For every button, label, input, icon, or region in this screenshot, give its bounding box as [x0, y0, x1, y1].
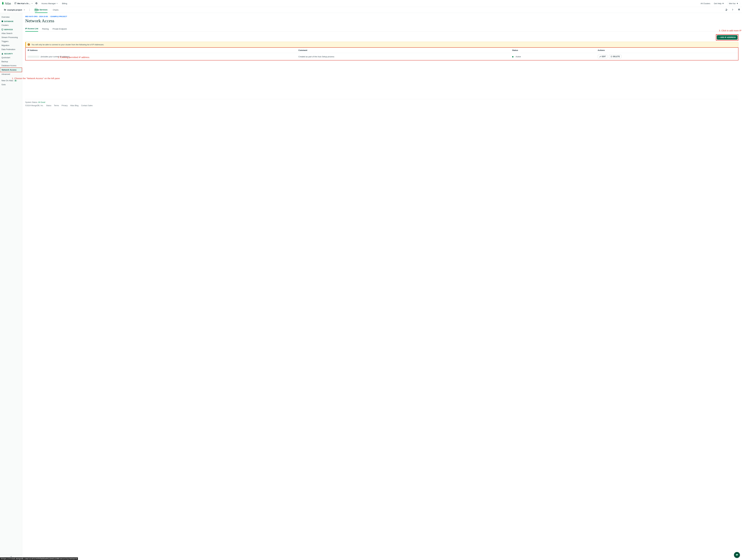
footer: System Status: All Good ©2024 MongoDB, I… — [25, 99, 738, 110]
sidebar-atlas-search[interactable]: Atlas Search — [0, 31, 22, 35]
th-status: Status — [510, 48, 595, 53]
leaf-icon — [2, 2, 4, 5]
svg-rect-9 — [2, 54, 3, 54]
services-icon — [1, 29, 3, 31]
integrations-icon[interactable] — [732, 8, 734, 11]
sidebar-stream-processing[interactable]: Stream Processing — [0, 35, 22, 39]
project-label: example-project — [7, 9, 22, 11]
caret-down-icon: ▼ — [23, 9, 25, 11]
brand-logo[interactable]: Atlas — [2, 2, 11, 5]
folder-icon — [4, 9, 6, 11]
sidebar-overview[interactable]: Overview — [0, 15, 22, 19]
annotation-2: 2. Existing permitted IP address. — [58, 56, 90, 58]
copyright: ©2024 MongoDB, Inc. — [25, 104, 44, 107]
cell-comment: Created as part of the Auto Setup proces… — [296, 53, 510, 60]
footer-link-contact[interactable]: Contact Sales — [81, 104, 93, 107]
org-icon — [14, 2, 16, 5]
page-title: Network Access — [25, 18, 738, 23]
cell-status: Active — [510, 53, 595, 60]
footer-link-terms[interactable]: Terms — [54, 104, 59, 107]
sidebar-advanced[interactable]: Advanced — [0, 72, 22, 76]
status-dot-icon — [512, 56, 514, 57]
svg-point-7 — [2, 21, 3, 21]
brand-text: Atlas — [5, 2, 11, 5]
billing-link[interactable]: Billing — [62, 2, 67, 5]
footer-link-blog[interactable]: Atlas Blog — [70, 104, 78, 107]
ip-redacted — [28, 56, 40, 58]
sidebar-goto[interactable]: Goto — [0, 83, 22, 87]
svg-rect-8 — [2, 29, 3, 30]
th-ip: IP Address — [25, 48, 296, 53]
org-settings-button[interactable] — [34, 1, 39, 6]
billing-label: Billing — [62, 2, 67, 5]
delete-button[interactable]: DELETE — [609, 55, 622, 58]
sidebar-migration[interactable]: Migration — [0, 43, 22, 47]
sidebar-header-database: DATABASE — [0, 19, 22, 23]
new-badge: 8 — [14, 80, 17, 82]
system-status-label: System Status: — [25, 101, 38, 103]
caret-down-icon: ▼ — [722, 2, 724, 5]
warning-banner: ! You will only be able to connect to yo… — [25, 42, 738, 47]
sidebar-triggers[interactable]: Triggers — [0, 39, 22, 43]
th-actions: Actions — [596, 48, 738, 53]
svg-rect-0 — [14, 3, 15, 4]
sidebar-backup[interactable]: Backup — [0, 59, 22, 63]
database-icon — [1, 20, 3, 22]
annotation-1: 1. Choose the "Network Access" on the le… — [12, 77, 60, 80]
warning-icon: ! — [28, 43, 30, 46]
table-row: (includes your current IP address) Creat… — [25, 53, 738, 60]
caret-down-icon: ▼ — [56, 3, 58, 4]
access-manager-menu[interactable]: Access Manager ▼ — [41, 2, 58, 5]
sidebar-clusters[interactable]: Clusters — [0, 23, 22, 27]
access-manager-label: Access Manager — [41, 2, 56, 5]
add-ip-address-button[interactable]: +ADD IP ADDRESS — [717, 35, 738, 40]
project-menu-button[interactable]: ⋮ — [28, 8, 31, 11]
lock-icon — [1, 53, 3, 55]
tab-data-services[interactable]: Data Services — [35, 7, 48, 13]
breadcrumb-project[interactable]: EXAMPLE-PROJECT — [51, 15, 67, 17]
svg-point-6 — [726, 9, 727, 10]
all-clusters-link[interactable]: All Clusters — [701, 2, 710, 5]
sidebar: Overview DATABASE Clusters SERVICES Atla… — [0, 13, 22, 560]
main-content: WEI KAI'S ORG - 2024-10-06 › EXAMPLE-PRO… — [22, 13, 742, 560]
tab-ip-access-list[interactable]: IP Access List — [25, 28, 38, 32]
chat-button[interactable] — [734, 552, 740, 558]
annotation-3: 3. Click to add more IP — [719, 29, 741, 32]
caret-down-icon: ▼ — [736, 2, 738, 5]
breadcrumb-org[interactable]: WEI KAI'S ORG - 2024-10-06 — [25, 15, 48, 17]
tab-private-endpoint[interactable]: Private Endpoint — [53, 28, 67, 32]
sidebar-header-services: SERVICES — [0, 27, 22, 31]
sidebar-network-access[interactable]: Network Access — [0, 68, 22, 72]
footer-link-privacy[interactable]: Privacy — [62, 104, 68, 107]
pencil-icon — [599, 56, 601, 57]
cell-actions: EDIT DELETE — [596, 53, 738, 60]
get-help-menu[interactable]: Get Help▼ — [714, 2, 724, 5]
banner-text: You will only be able to connect to your… — [32, 44, 104, 46]
sidebar-quickstart[interactable]: Quickstart — [0, 55, 22, 59]
system-status-value[interactable]: All Good — [38, 101, 45, 103]
sidebar-header-security: SECURITY — [0, 51, 22, 55]
tab-charts[interactable]: Charts — [53, 7, 58, 13]
browser-status-url: https://cloud.mongodb.com/v2/67274f9fb69… — [0, 557, 78, 560]
tab-peering[interactable]: Peering — [42, 28, 49, 32]
breadcrumb: WEI KAI'S ORG - 2024-10-06 › EXAMPLE-PRO… — [25, 15, 738, 17]
th-comment: Comment — [296, 48, 510, 53]
org-label: Wei Kai's Or… — [17, 2, 31, 5]
topnav: Atlas Wei Kai's Or… ▼ Access Manager ▼ B… — [0, 0, 742, 7]
trash-icon — [611, 56, 612, 57]
sidebar-data-federation[interactable]: Data Federation — [0, 47, 22, 51]
footer-link-status[interactable]: Status — [46, 104, 51, 107]
org-select[interactable]: Wei Kai's Or… ▼ — [13, 1, 35, 6]
bell-icon[interactable] — [738, 8, 740, 11]
page-tabs: IP Access List Peering Private Endpoint — [25, 28, 738, 32]
edit-button[interactable]: EDIT — [598, 55, 607, 58]
plus-icon: + — [719, 36, 720, 39]
caret-down-icon: ▼ — [31, 3, 33, 4]
sidebar-database-access[interactable]: Database Access — [0, 63, 22, 67]
subnav: example-project ▼ ⋮ Data Services Charts — [0, 7, 742, 13]
invite-icon[interactable] — [725, 8, 728, 11]
svg-rect-1 — [15, 2, 16, 4]
project-select[interactable]: example-project ▼ — [4, 9, 25, 11]
user-menu[interactable]: Wei Kai▼ — [727, 1, 740, 6]
chat-icon — [736, 554, 738, 556]
